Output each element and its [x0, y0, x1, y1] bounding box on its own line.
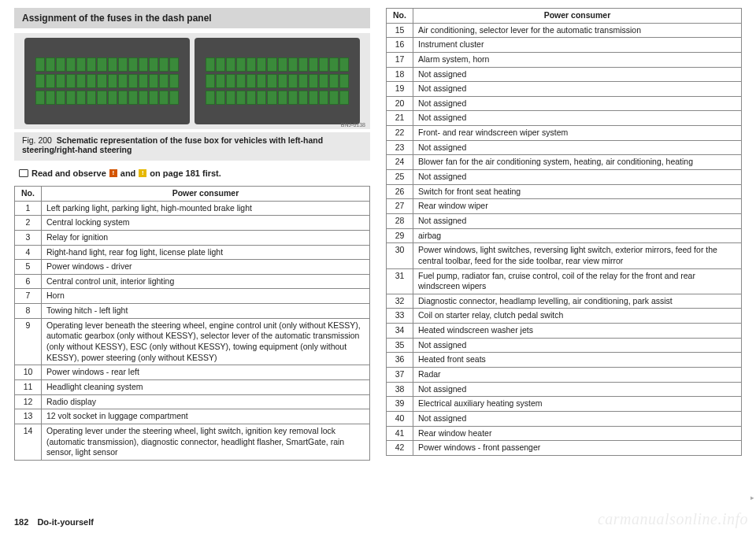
fuse-description: Rear window wiper	[413, 199, 742, 214]
table-row: 26Switch for front seat heating	[387, 184, 742, 199]
table-row: 20Not assigned	[387, 96, 742, 111]
fuse-description: Operating lever beneath the steering whe…	[42, 318, 370, 365]
table-row: 8Towing hitch - left light	[15, 304, 370, 319]
fuse-number: 16	[387, 38, 413, 53]
table-row: 37Radar	[387, 368, 742, 383]
fuse-number: 28	[387, 213, 413, 228]
fuse-number: 34	[387, 324, 413, 339]
table-row: 1312 volt socket in luggage compartment	[15, 409, 370, 424]
fuse-number: 40	[387, 411, 413, 426]
fuse-description: Diagnostic connector, headlamp levelling…	[413, 294, 742, 309]
fuse-description: Headlight cleaning system	[42, 379, 370, 394]
fuse-description: Switch for front seat heating	[413, 184, 742, 199]
fuse-description: Coil on starter relay, clutch pedal swit…	[413, 309, 742, 324]
table-row: 10Power windows - rear left	[15, 365, 370, 380]
fuse-description: Central locking system	[42, 216, 370, 231]
fuse-panel-right	[195, 38, 360, 124]
table-row: 29airbag	[387, 228, 742, 243]
fuse-number: 23	[387, 140, 413, 155]
fuse-description: Horn	[42, 289, 370, 304]
table-row: 32Diagnostic connector, headlamp levelli…	[387, 294, 742, 309]
fuse-description: Alarm system, horn	[413, 52, 742, 67]
fuse-description: Not assigned	[413, 170, 742, 185]
figure-text: Schematic representation of the fuse box…	[22, 135, 323, 154]
fuse-number: 1	[15, 201, 42, 216]
read-prefix: Read and observe	[32, 168, 106, 178]
fuse-number: 15	[387, 23, 413, 38]
fuse-description: Not assigned	[413, 111, 742, 126]
table-row: 23Not assigned	[387, 140, 742, 155]
col-no: No.	[15, 187, 42, 202]
image-code: BNJ-0138	[341, 122, 365, 128]
fuse-number: 2	[15, 216, 42, 231]
scroll-indicator-icon: ▸	[750, 494, 754, 502]
table-row: 40Not assigned	[387, 411, 742, 426]
left-column: Assignment of the fuses in the dash pane…	[14, 8, 370, 461]
fuse-description: Radio display	[42, 394, 370, 409]
fuse-description: Not assigned	[413, 411, 742, 426]
fuse-description: Rear window heater	[413, 426, 742, 441]
fuse-description: Not assigned	[413, 67, 742, 82]
watermark: carmanualsonline.info	[598, 510, 748, 528]
table-row: 25Not assigned	[387, 170, 742, 185]
page-footer: 182 Do-it-yourself	[14, 517, 94, 527]
fuse-description: Not assigned	[413, 140, 742, 155]
fuse-description: Fuel pump, radiator fan, cruise control,…	[413, 268, 742, 294]
table-row: 16Instrument cluster	[387, 38, 742, 53]
table-row: 5Power windows - driver	[15, 260, 370, 275]
fuse-description: Not assigned	[413, 213, 742, 228]
fuse-number: 10	[15, 365, 42, 380]
table-row: 38Not assigned	[387, 382, 742, 397]
fuse-number: 12	[15, 394, 42, 409]
fuse-description: Power windows - driver	[42, 260, 370, 275]
fuse-description: Air conditioning, selector lever for the…	[413, 23, 742, 38]
table-row: 9Operating lever beneath the steering wh…	[15, 318, 370, 365]
fuse-number: 30	[387, 243, 413, 268]
fuse-description: Blower fan for the air conditioning syst…	[413, 155, 742, 170]
table-row: 17Alarm system, horn	[387, 52, 742, 67]
fuse-description: Not assigned	[413, 338, 742, 353]
page-columns: Assignment of the fuses in the dash pane…	[0, 0, 756, 461]
table-row: 27Rear window wiper	[387, 199, 742, 214]
book-icon	[19, 169, 28, 177]
table-row: 3Relay for ignition	[15, 230, 370, 245]
fuse-number: 31	[387, 268, 413, 294]
fuse-number: 27	[387, 199, 413, 214]
fuse-description: Power windows - rear left	[42, 365, 370, 380]
fuse-description: Operating lever under the steering wheel…	[42, 424, 370, 460]
right-column: No. Power consumer 15Air conditioning, s…	[386, 8, 742, 461]
table-row: 21Not assigned	[387, 111, 742, 126]
table-row: 35Not assigned	[387, 338, 742, 353]
col-no: No.	[387, 9, 413, 24]
table-row: 22Front- and rear windscreen wiper syste…	[387, 126, 742, 141]
table-row: 30Power windows, light switches, reversi…	[387, 243, 742, 268]
table-row: 11Headlight cleaning system	[15, 379, 370, 394]
col-consumer: Power consumer	[42, 187, 370, 202]
fuse-number: 26	[387, 184, 413, 199]
fuse-description: 12 volt socket in luggage compartment	[42, 409, 370, 424]
table-header-row: No. Power consumer	[387, 9, 742, 24]
section-header: Assignment of the fuses in the dash pane…	[14, 8, 370, 28]
fuse-number: 37	[387, 368, 413, 383]
fuse-description: Right-hand light, rear fog light, licens…	[42, 245, 370, 260]
fuse-number: 18	[387, 67, 413, 82]
fuse-number: 11	[15, 379, 42, 394]
table-row: 24Blower fan for the air conditioning sy…	[387, 155, 742, 170]
section-name: Do-it-yourself	[37, 517, 94, 527]
fuse-number: 39	[387, 397, 413, 412]
fuse-number: 8	[15, 304, 42, 319]
table-row: 7Horn	[15, 289, 370, 304]
fuse-number: 4	[15, 245, 42, 260]
table-row: 36Heated front seats	[387, 353, 742, 368]
fuse-description: airbag	[413, 228, 742, 243]
fuse-description: Left parking light, parking light, high-…	[42, 201, 370, 216]
fuse-number: 35	[387, 338, 413, 353]
fuse-description: Not assigned	[413, 82, 742, 97]
fuse-description: Not assigned	[413, 96, 742, 111]
fuse-description: Instrument cluster	[413, 38, 742, 53]
fuse-description: Heated front seats	[413, 353, 742, 368]
fuse-number: 21	[387, 111, 413, 126]
table-row: 4Right-hand light, rear fog light, licen…	[15, 245, 370, 260]
fuse-number: 9	[15, 318, 42, 365]
table-row: 42Power windows - front passenger	[387, 441, 742, 456]
